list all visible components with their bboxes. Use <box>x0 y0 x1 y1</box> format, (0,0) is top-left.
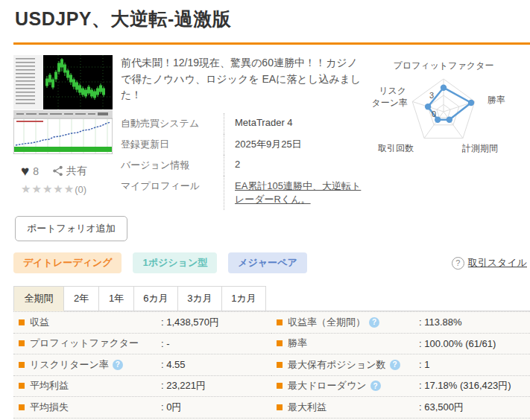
stat-label: 最大利益 <box>288 401 326 414</box>
stat-label: 平均損失 <box>30 401 69 414</box>
detail-value: MetaTrader 4 <box>224 113 362 134</box>
bullet-icon <box>277 340 283 346</box>
add-portfolio-button[interactable]: ポートフォリオ追加 <box>15 216 127 241</box>
stat-value: : 113.88% <box>419 316 462 328</box>
product-summary-section: ♥ 8 共有 ★★★★★(0) 前代未聞！12/19 <box>13 55 530 210</box>
radar-column: 3 0 プロフィットファクター 勝率 計測期間 取引回数 リスク ターン率 <box>362 55 530 210</box>
tab-1-month[interactable]: 1カ月 <box>221 286 266 311</box>
product-chart-thumbnail[interactable] <box>13 55 113 154</box>
tag-day-trading[interactable]: デイトレーディング <box>13 252 122 273</box>
product-description: 前代未聞！12/19現在、驚異の60連勝中！！カジノで得たノウハウ、ロジックを … <box>121 55 362 104</box>
radar-axis-profit-factor: プロフィットファクター <box>394 60 494 71</box>
stat-row-max-positions: 最大保有ポジション数? : 1 <box>271 354 530 376</box>
page-container: USDJPY、大逆転-過激版 <box>0 7 530 420</box>
stat-row-avg-loss: 平均損失 : 0円 <box>13 397 271 419</box>
title-underline <box>13 42 530 45</box>
stats-right-column: 収益率（全期間）? : 113.88% 勝率 : 100.00% (61/61)… <box>271 312 530 420</box>
detail-row: 登録更新日 2025年9月25日 <box>121 134 362 155</box>
stat-value: : 100.00% (61/61) <box>419 338 496 349</box>
tag-one-position[interactable]: 1ポジション型 <box>133 252 217 273</box>
detail-value: 2025年9月25日 <box>224 134 362 155</box>
trade-style-help: ? 取引スタイル <box>452 256 527 270</box>
social-row: ♥ 8 共有 <box>21 164 113 178</box>
trade-style-radar-chart: 3 0 プロフィットファクター 勝率 計測期間 取引回数 リスク ターン率 <box>359 57 530 162</box>
stat-row-avg-profit: 平均利益 : 23,221円 <box>13 376 271 398</box>
bullet-icon <box>277 404 283 410</box>
bullet-icon <box>277 383 283 389</box>
stat-value: : 1,438,570円 <box>161 316 219 329</box>
bullet-icon <box>277 319 283 325</box>
radar-axis-period: 計測期間 <box>461 143 498 153</box>
page-title: USDJPY、大逆転-過激版 <box>15 7 530 31</box>
rating-row[interactable]: ★★★★★(0) <box>21 182 113 196</box>
rating-stars: ★★★★★ <box>21 182 75 195</box>
detail-value: EA累計105連勝中、大逆転トレーダーRくん。 <box>224 176 362 210</box>
tab-2-years[interactable]: 2年 <box>63 286 99 311</box>
period-tabs: 全期間 2年 1年 6カ月 3カ月 1カ月 <box>13 286 530 311</box>
detail-label: バージョン情報 <box>121 155 224 176</box>
tag-row: デイトレーディング 1ポジション型 メジャーペア ? 取引スタイル <box>13 252 530 273</box>
bullet-icon <box>277 362 283 368</box>
stat-label: リスクリターン率 <box>30 358 109 372</box>
stat-row-max-drawdown: 最大ドローダウン? : 17.18% (316,423円) <box>271 376 530 398</box>
stats-panel: 収益 : 1,438,570円 プロフィットファクター : - リスクリターン率… <box>13 311 530 420</box>
stat-row-revenue: 収益 : 1,438,570円 <box>13 312 271 334</box>
stat-value: : 0円 <box>161 401 181 414</box>
detail-label: マイプロフィール <box>121 176 224 210</box>
tab-3-months[interactable]: 3カ月 <box>177 286 222 311</box>
radar-scale-mid: 3 <box>429 91 434 100</box>
stats-left-column: 収益 : 1,438,570円 プロフィットファクター : - リスクリターン率… <box>13 312 271 420</box>
radar-scale-center: 0 <box>432 109 436 118</box>
radar-axis-trade-count: 取引回数 <box>378 143 414 153</box>
question-icon[interactable]: ? <box>452 257 464 270</box>
stat-value: : 1 <box>419 359 429 370</box>
tab-6-months[interactable]: 6カ月 <box>133 286 178 311</box>
stat-label: 収益率（全期間） <box>288 316 365 329</box>
bullet-icon <box>19 404 25 410</box>
stat-row-risk-return: リスクリターン率? : 4.55 <box>13 354 271 376</box>
detail-value: 2 <box>224 155 362 176</box>
radar-axis-win-rate: 勝率 <box>488 95 505 105</box>
like-count: 8 <box>33 165 39 177</box>
product-details-table: 自動売買システム MetaTrader 4 登録更新日 2025年9月25日 バ… <box>121 113 362 210</box>
stat-value: : 4.55 <box>161 359 186 370</box>
share-icon <box>52 165 63 176</box>
tab-all-period[interactable]: 全期間 <box>13 286 64 311</box>
stat-value: : 17.18% (316,423円) <box>419 379 511 392</box>
stat-value: : 23,221円 <box>161 379 206 392</box>
share-label: 共有 <box>66 165 87 178</box>
detail-row: マイプロフィール EA累計105連勝中、大逆転トレーダーRくん。 <box>121 176 362 210</box>
profile-link[interactable]: EA累計105連勝中、大逆転トレーダーRくん。 <box>235 180 361 205</box>
stat-value: : - <box>161 338 170 349</box>
stat-value: : 63,500円 <box>419 401 464 414</box>
radar-axis-risk-return-line2: ターン率 <box>371 98 408 108</box>
stat-row-win-rate: 勝率 : 100.00% (61/61) <box>271 334 530 355</box>
bullet-icon <box>19 319 25 325</box>
stat-label: 収益 <box>30 316 49 329</box>
detail-row: 自動売買システム MetaTrader 4 <box>121 113 362 134</box>
help-icon[interactable]: ? <box>369 317 379 328</box>
stat-row-max-profit: 最大利益 : 63,500円 <box>271 397 530 419</box>
stat-row-profit-factor: プロフィットファクター : - <box>13 334 271 355</box>
stat-label: プロフィットファクター <box>30 337 139 350</box>
stat-label: 最大ドローダウン <box>288 379 367 392</box>
trade-style-link[interactable]: 取引スタイル <box>468 256 527 270</box>
info-column: 前代未聞！12/19現在、驚異の60連勝中！！カジノで得たノウハウ、ロジックを … <box>121 55 362 210</box>
help-icon[interactable]: ? <box>390 360 400 370</box>
like-heart-icon[interactable]: ♥ <box>21 164 29 178</box>
stat-label: 最大保有ポジション数 <box>288 358 386 372</box>
detail-label: 自動売買システム <box>121 113 224 134</box>
tab-1-year[interactable]: 1年 <box>98 286 134 311</box>
help-icon[interactable]: ? <box>370 381 381 391</box>
bullet-icon <box>19 340 25 346</box>
detail-label: 登録更新日 <box>121 134 224 155</box>
share-button[interactable]: 共有 <box>52 165 87 178</box>
help-icon[interactable]: ? <box>113 360 123 370</box>
bullet-icon <box>19 362 25 368</box>
stat-row-return-rate: 収益率（全期間）? : 113.88% <box>271 312 530 334</box>
detail-row: バージョン情報 2 <box>121 155 362 176</box>
thumbnail-column: ♥ 8 共有 ★★★★★(0) <box>13 55 113 210</box>
stat-label: 平均利益 <box>30 379 69 392</box>
tag-major-pair[interactable]: メジャーペア <box>228 252 307 273</box>
stat-label: 勝率 <box>288 337 307 350</box>
